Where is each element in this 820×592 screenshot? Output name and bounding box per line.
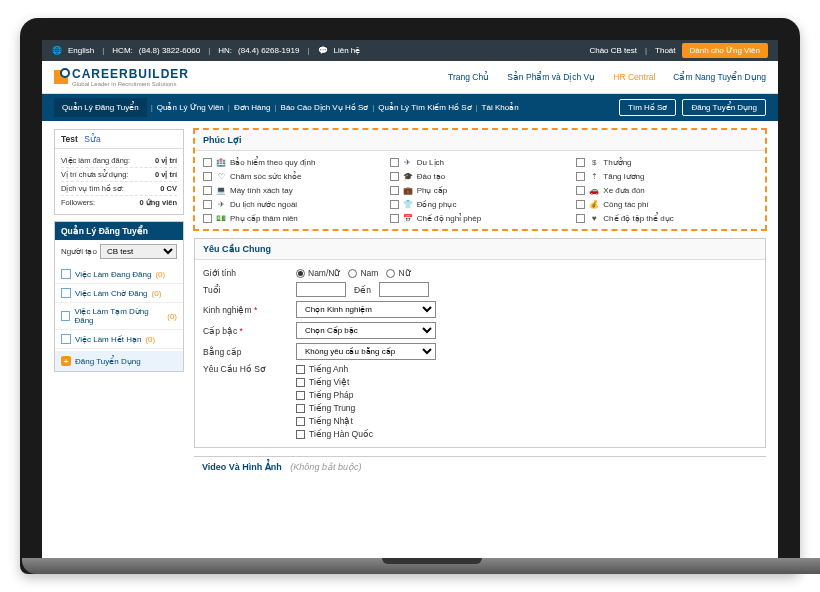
benefit-checkbox[interactable] [203, 214, 212, 223]
chat-icon: 💬 [318, 46, 328, 55]
benefit-checkbox[interactable] [390, 200, 399, 209]
sidebar-item-paused[interactable]: Việc Làm Tạm Dừng Đăng(0) [55, 303, 183, 330]
optional-label: (Không bắt buộc) [290, 462, 361, 472]
nav-products[interactable]: Sản Phẩm và Dịch Vụ [507, 72, 595, 82]
lang-check[interactable]: Tiếng Hàn Quốc [296, 429, 373, 439]
lang-checkbox[interactable] [296, 365, 305, 374]
gender-female-radio[interactable]: Nữ [386, 268, 410, 278]
lang-link[interactable]: English [68, 46, 94, 55]
degree-select[interactable]: Không yêu cầu bằng cấp [296, 343, 436, 360]
lang-check[interactable]: Tiếng Trung [296, 403, 373, 413]
benefit-item[interactable]: $Thưởng [576, 157, 757, 167]
subnav-account[interactable]: Tài Khoản [482, 103, 519, 112]
required-mark: * [254, 305, 257, 315]
benefit-checkbox[interactable] [576, 158, 585, 167]
level-select[interactable]: Chọn Cấp bậc [296, 322, 436, 339]
benefit-checkbox[interactable] [576, 200, 585, 209]
benefit-checkbox[interactable] [203, 186, 212, 195]
manage-panel-title: Quản Lý Đăng Tuyển [55, 222, 183, 240]
nav-home[interactable]: Trang Chủ [448, 72, 489, 82]
benefit-icon: 🏥 [216, 157, 226, 167]
lang-label: Tiếng Trung [309, 403, 355, 413]
benefit-checkbox[interactable] [203, 158, 212, 167]
benefit-checkbox[interactable] [203, 200, 212, 209]
benefit-checkbox[interactable] [576, 186, 585, 195]
benefit-item[interactable]: 🏥Bảo hiểm theo quy định [203, 157, 384, 167]
nav-guide[interactable]: Cẩm Nang Tuyển Dụng [673, 72, 766, 82]
contact-link[interactable]: Liên hệ [334, 46, 361, 55]
benefits-title: Phúc Lợi [195, 130, 765, 151]
lang-checkbox[interactable] [296, 391, 305, 400]
degree-label: Bằng cấp [203, 347, 288, 357]
benefit-item[interactable]: 💰Công tác phí [576, 199, 757, 209]
creator-select[interactable]: CB test [100, 244, 177, 259]
subnav: Quản Lý Đăng Tuyển | Quản Lý Ứng Viên | … [42, 94, 778, 121]
sidebar-item-pending[interactable]: Việc Làm Chờ Đăng(0) [55, 284, 183, 303]
subnav-orders[interactable]: Đơn Hàng [234, 103, 271, 112]
stat-row: Việc làm đang đăng:0 vị trí [61, 154, 177, 168]
lang-checkbox[interactable] [296, 378, 305, 387]
benefit-item[interactable]: 🎓Đào tạo [390, 171, 571, 181]
benefit-checkbox[interactable] [390, 158, 399, 167]
gender-male-radio[interactable]: Nam [348, 268, 378, 278]
benefit-checkbox[interactable] [390, 186, 399, 195]
benefit-text: Du lịch nước ngoài [230, 200, 297, 209]
benefit-checkbox[interactable] [203, 172, 212, 181]
lang-label: Tiếng Nhật [309, 416, 353, 426]
benefit-text: Du Lịch [417, 158, 444, 167]
lang-checkbox[interactable] [296, 404, 305, 413]
subnav-posting[interactable]: Quản Lý Đăng Tuyển [54, 98, 147, 117]
benefit-item[interactable]: 💵Phụ cấp thâm niên [203, 213, 384, 223]
logo-tagline: Global Leader in Recruitment Solutions [72, 81, 189, 87]
test-panel: Test Sửa Việc làm đang đăng:0 vị trí Vị … [54, 129, 184, 215]
sidebar-item-expired[interactable]: Việc Làm Hết Hạn(0) [55, 330, 183, 349]
benefit-item[interactable]: ✈Du Lịch [390, 157, 571, 167]
subnav-search[interactable]: Quản Lý Tìm Kiếm Hồ Sơ [378, 103, 471, 112]
benefit-item[interactable]: 📅Chế độ nghỉ phép [390, 213, 571, 223]
benefit-checkbox[interactable] [390, 214, 399, 223]
gender-both-radio[interactable]: Nam/Nữ [296, 268, 340, 278]
header: CAREERBUILDER Global Leader in Recruitme… [42, 61, 778, 94]
benefit-item[interactable]: ⇡Tăng lương [576, 171, 757, 181]
lang-checkbox[interactable] [296, 430, 305, 439]
benefit-item[interactable]: 🚗Xe đưa đón [576, 185, 757, 195]
lang-checkbox[interactable] [296, 417, 305, 426]
age-from-input[interactable] [296, 282, 346, 297]
lang-check[interactable]: Tiếng Anh [296, 364, 373, 374]
level-label: Cấp bậc [203, 326, 237, 336]
experience-select[interactable]: Chọn Kinh nghiệm [296, 301, 436, 318]
nav-hr-central[interactable]: HR Central [613, 72, 655, 82]
benefit-icon: 💼 [403, 185, 413, 195]
benefit-checkbox[interactable] [576, 214, 585, 223]
logo[interactable]: CAREERBUILDER Global Leader in Recruitme… [54, 67, 189, 87]
logout-link[interactable]: Thoát [655, 46, 675, 55]
benefit-icon: 🎓 [403, 171, 413, 181]
candidate-button[interactable]: Dành cho Ứng Viên [682, 43, 768, 58]
age-to-input[interactable] [379, 282, 429, 297]
benefit-item[interactable]: 💼Phụ cấp [390, 185, 571, 195]
post-job-button[interactable]: Đăng Tuyển Dụng [682, 99, 766, 116]
benefit-item[interactable]: ✈Du lịch nước ngoài [203, 199, 384, 209]
lang-check[interactable]: Tiếng Việt [296, 377, 373, 387]
benefit-item[interactable]: ♥Chế độ tập thể dục [576, 213, 757, 223]
lang-label: Tiếng Anh [309, 364, 348, 374]
sidebar-item-active[interactable]: Việc Làm Đang Đăng(0) [55, 265, 183, 284]
benefit-checkbox[interactable] [390, 172, 399, 181]
lang-check[interactable]: Tiếng Pháp [296, 390, 373, 400]
benefit-checkbox[interactable] [576, 172, 585, 181]
benefit-item[interactable]: 👕Đồng phục [390, 199, 571, 209]
benefit-item[interactable]: 💻Máy tính xách tay [203, 185, 384, 195]
lang-check[interactable]: Tiếng Nhật [296, 416, 373, 426]
benefit-icon: ⇡ [589, 171, 599, 181]
find-resume-button[interactable]: Tìm Hồ Sơ [619, 99, 676, 116]
doc-icon [61, 269, 71, 279]
post-job-action[interactable]: + Đăng Tuyển Dụng [55, 351, 183, 371]
subnav-applicants[interactable]: Quản Lý Ứng Viên [157, 103, 224, 112]
benefit-icon: ✈ [216, 199, 226, 209]
video-section: Video Và Hình Ảnh (Không bắt buộc) [194, 456, 766, 477]
subnav-reports[interactable]: Báo Cáo Dịch Vụ Hồ Sơ [281, 103, 369, 112]
edit-link[interactable]: Sửa [84, 134, 100, 144]
test-title: Test [61, 134, 78, 144]
benefit-item[interactable]: ♡Chăm sóc sức khỏe [203, 171, 384, 181]
benefit-icon: ♥ [589, 213, 599, 223]
